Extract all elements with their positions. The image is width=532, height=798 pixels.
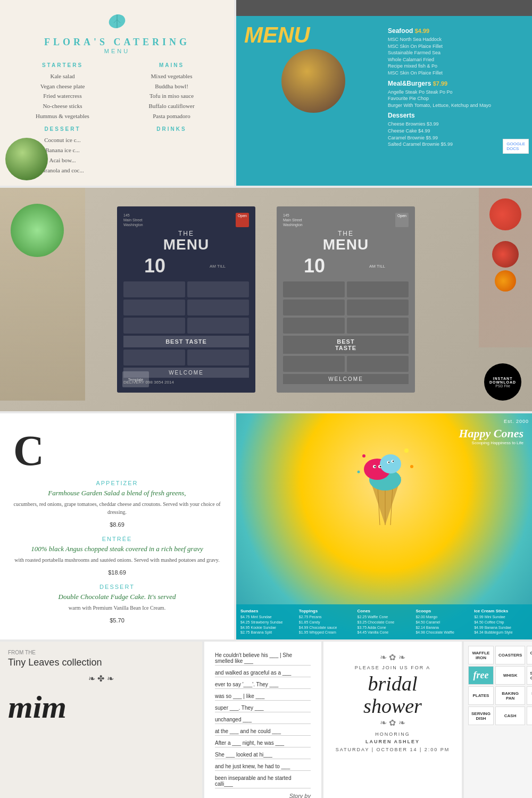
- floras-card: FLORA'S CATERING MENU STARTERS Kale sala…: [0, 0, 234, 186]
- newspaper-box: [187, 281, 249, 297]
- newspaper-number-row: 10 AM TILL: [123, 255, 249, 277]
- scoops-label: Scoops: [415, 609, 471, 613]
- teal-right: Seafood $4.99 MSC North Sea Haddock MSC …: [388, 24, 526, 148]
- svg-point-17: [388, 462, 389, 463]
- bingo-card: WAFFLE IRON COASTERS CUTTING BOARD free …: [464, 642, 532, 798]
- story-line-3: ever to say '___'. They ___: [215, 681, 311, 689]
- welcome-box-right: WELCOME: [283, 374, 409, 384]
- svg-point-21: [358, 471, 360, 473]
- best-taste-box: BEST TASTE: [123, 336, 249, 347]
- toppings-col: Toppings $2.75 Pecans $1.85 Candy $4.99 …: [299, 609, 355, 635]
- google-docs-badge: GOOGLEDOCS: [503, 139, 529, 154]
- dessert-label: DESSERT: [11, 126, 114, 132]
- sundaes-col: Sundaes $4.75 Mint Sundae $4.25 Strawber…: [240, 609, 296, 635]
- teal-menu-title: MENU: [244, 24, 383, 46]
- story-line-6: unchanged ___: [215, 717, 311, 724]
- bingo-cell-free: free: [468, 666, 494, 685]
- cones-subtitle: Scooping Happiness to Life: [459, 440, 529, 445]
- newspaper-rows-right: BESTTASTE WELCOME: [283, 281, 409, 384]
- tiny-leaves-ornament: ❧ ✤ ❧: [8, 674, 194, 684]
- bridal-card: ❧ ✿ ❧ PLEASE JOIN US FOR A bridal shower…: [323, 642, 462, 798]
- story-line-10: and he just knew, he had to ___: [215, 763, 311, 771]
- bingo-cell-4: WHISK: [495, 666, 525, 685]
- dessert-label: DESSERT: [13, 584, 221, 590]
- teal-meals-label: Meal&Burgers $7.99: [388, 80, 526, 87]
- tiny-leaves-label: FROM THE: [8, 650, 194, 655]
- newspaper-box: [283, 300, 345, 315]
- newspaper-row-r3: [283, 318, 409, 334]
- entree-desc: with roasted portabella mushrooms and sa…: [13, 556, 221, 564]
- teal-content: MENU Seafood $4.99 MSC North Sea Haddock…: [236, 16, 532, 156]
- newspaper-card-left: 145Main StreetWashington Open THE MENU 1…: [117, 206, 255, 393]
- newspaper-row-1: [123, 281, 249, 297]
- teal-food-image: [281, 49, 345, 113]
- ice-cream-illustration: [348, 429, 422, 525]
- svg-point-18: [393, 461, 394, 462]
- sticks-col: Ice Cream Sticks $2.99 Mini Sundae $4.50…: [474, 609, 530, 635]
- newspaper-row-r1: [283, 281, 409, 297]
- bingo-cell-8: FRYING PAN: [527, 686, 532, 705]
- instant-download-badge: INSTANT DOWNLOAD PSD File: [484, 363, 521, 401]
- newspaper-row-r4: [283, 356, 409, 372]
- bridal-ornament-bottom: ❧ ✿ ❧: [334, 718, 451, 728]
- newspaper-the-menu-right: THE MENU: [283, 230, 409, 252]
- newspaper-box: [347, 318, 409, 334]
- bridal-title: bridal shower: [334, 673, 451, 718]
- newspaper-box: [187, 300, 249, 315]
- meals-items: Angelle Steak Po Steak Po Po Favourite P…: [388, 89, 526, 109]
- teal-menu-card: MENU Seafood $4.99 MSC North Sea Haddock…: [236, 0, 532, 186]
- list-item: Hummus & vegetables: [11, 111, 114, 121]
- best-taste-text-right: BESTTASTE: [286, 338, 406, 351]
- open-badge: Open: [236, 213, 249, 227]
- newspaper-box: [187, 318, 249, 334]
- teal-top-bar: [236, 0, 532, 16]
- floras-leaf-icon: [11, 11, 223, 34]
- story-line-8: After a ___ night, he was ___: [215, 740, 311, 747]
- cones-col: Cones $2.25 Waffle Cone $3.25 Chocolate …: [358, 609, 413, 635]
- list-item: Mixed vegetables: [120, 71, 223, 81]
- sticks-items: $2.99 Mini Sundae $4.50 Coffee Chip $4.9…: [474, 614, 530, 635]
- teal-desserts-label: Desserts: [388, 112, 526, 119]
- toppings-items: $2.75 Pecans $1.85 Candy $4.99 Chocolate…: [299, 614, 355, 635]
- newspaper-row-4: [123, 350, 249, 365]
- mains-label: MAINS: [120, 62, 223, 68]
- appetizer-price: $8.69: [13, 521, 221, 528]
- best-taste-box-right: BESTTASTE: [283, 336, 409, 354]
- row-2: 145Main StreetWashington Open THE MENU 1…: [0, 188, 532, 411]
- newspaper-menu-right: MENU: [283, 237, 409, 252]
- newspaper-header-right: 145Main StreetWashington Open: [283, 213, 409, 227]
- bingo-cell-0: WAFFLE IRON: [468, 646, 494, 664]
- newspaper-box: [347, 356, 409, 372]
- svg-point-13: [375, 466, 376, 468]
- elegant-card: C APPETIZER Farmhouse Garden Salad a ble…: [0, 413, 234, 639]
- newspaper-number: 10: [123, 255, 186, 277]
- newspaper-box: [283, 281, 345, 297]
- newspaper-address-right: 145Main StreetWashington: [283, 213, 303, 227]
- newspaper-rows: BEST TASTE WELCOME DELIVERY 098 3654 201…: [123, 281, 249, 385]
- newspaper-box: [123, 281, 185, 297]
- newspaper-wrapper: 145Main StreetWashington Open THE MENU 1…: [0, 188, 532, 411]
- tiny-leaves-mimi: mim: [8, 689, 194, 726]
- newspaper-box: [283, 318, 345, 334]
- list-item: Tofu in miso sauce: [120, 91, 223, 101]
- svg-point-10: [380, 454, 401, 473]
- list-item: Pasta pomadoro: [120, 111, 223, 121]
- bingo-cell-1: COASTERS: [495, 646, 525, 664]
- cones-title-area: Est. 2000 Happy Cones Scooping Happiness…: [459, 419, 529, 445]
- floras-mains-col: MAINS Mixed vegetables Buddha bowl! Tofu…: [120, 62, 223, 121]
- appetizer-title: Farmhouse Garden Salad a blend of fresh …: [13, 489, 221, 497]
- newspaper-box: [347, 300, 409, 315]
- story-line-1: He couldn't believe his ___ | She smelle…: [215, 652, 311, 666]
- cones-grid: Sundaes $4.75 Mint Sundae $4.25 Strawber…: [240, 609, 530, 635]
- happy-cones-card: Est. 2000 Happy Cones Scooping Happiness…: [236, 413, 532, 639]
- newspaper-box: [123, 350, 185, 365]
- newspaper-amtill-right: AM TILL: [346, 264, 409, 269]
- list-item: No-cheese sticks: [11, 101, 114, 111]
- drinks-label: DRINKS: [120, 126, 223, 132]
- newspaper-row-2: [123, 300, 249, 315]
- svg-point-22: [410, 465, 413, 468]
- mains-list: Mixed vegetables Buddha bowl! Tofu in mi…: [120, 71, 223, 121]
- row-1: FLORA'S CATERING MENU STARTERS Kale sala…: [0, 0, 532, 186]
- bridal-honoring: HONORING LAUREN ASHLEY SATURDAY | OCTOBE…: [334, 730, 451, 753]
- teal-seafood-label: Seafood $4.99: [388, 27, 526, 35]
